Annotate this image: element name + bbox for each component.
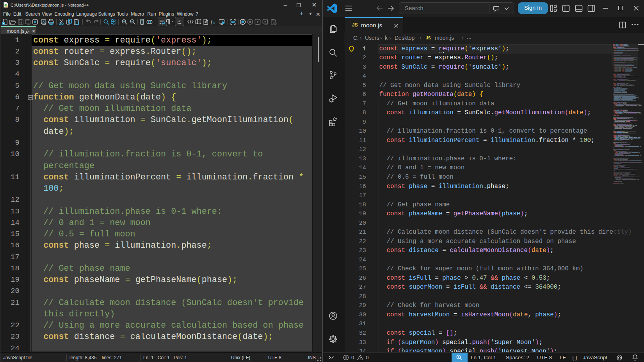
svg-text:x: x (213, 20, 215, 25)
